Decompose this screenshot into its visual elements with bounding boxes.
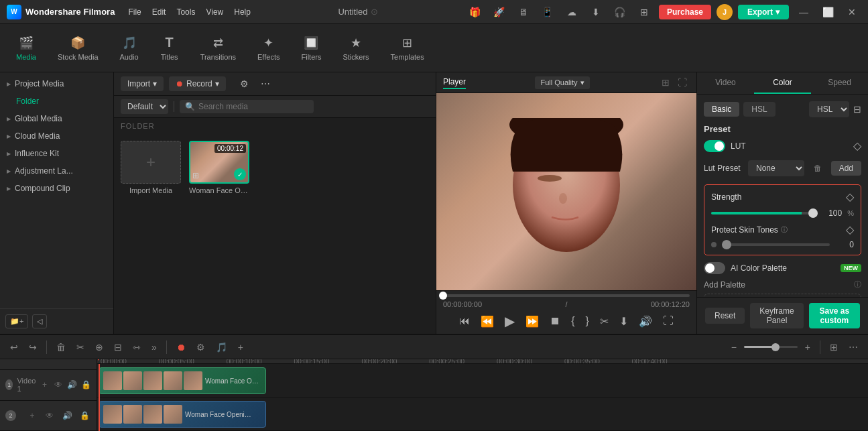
hsl-dropdown[interactable]: HSL: [809, 101, 849, 117]
delete-button[interactable]: 🗑: [53, 340, 69, 355]
tool-templates[interactable]: ⊞ Templates: [381, 32, 434, 65]
add-lut-button[interactable]: Add: [831, 161, 861, 176]
split-clip-button[interactable]: ⊟: [111, 340, 125, 355]
sidebar-item-compound[interactable]: ▶ Compound Clip: [0, 180, 113, 197]
screen-icon[interactable]: 🖥: [514, 3, 533, 21]
cloud-icon[interactable]: ☁: [562, 3, 581, 21]
quality-select[interactable]: Full Quality ▾: [535, 76, 589, 89]
download-icon[interactable]: ⬇: [586, 3, 605, 21]
filter-icon[interactable]: ⚙: [237, 77, 252, 90]
audio-timeline-button[interactable]: 🎵: [212, 340, 231, 355]
menu-file[interactable]: File: [128, 7, 141, 17]
lut-toggle[interactable]: [704, 140, 725, 152]
track-mute-button-1[interactable]: 🔊: [67, 378, 77, 391]
track-eye-button-1[interactable]: 👁: [54, 378, 63, 391]
minimize-button[interactable]: —: [794, 3, 813, 21]
reset-button[interactable]: Reset: [705, 308, 745, 324]
protect-slider[interactable]: [722, 243, 830, 246]
import-media-thumb[interactable]: +: [121, 141, 181, 184]
menu-view[interactable]: View: [206, 7, 223, 17]
keyframe-panel-button[interactable]: Keyframe Panel: [750, 303, 803, 328]
video-thumb[interactable]: 00:00:12 ⊞ ✓: [189, 141, 249, 184]
tool-effects[interactable]: ✦ Effects: [248, 32, 289, 65]
menu-help[interactable]: Help: [234, 7, 251, 17]
menu-tools[interactable]: Tools: [176, 7, 195, 17]
more-tools-button[interactable]: »: [148, 340, 160, 355]
ripple-button[interactable]: ⇿: [129, 340, 144, 355]
grid-view-button[interactable]: ⊞: [659, 76, 672, 89]
protect-keyframe-button[interactable]: ◇: [846, 223, 854, 236]
record-button[interactable]: ⏺ Record ▾: [169, 76, 226, 91]
mark-in-button[interactable]: {: [568, 314, 577, 328]
strength-keyframe-button[interactable]: ◇: [846, 190, 854, 203]
color-tab-basic[interactable]: Basic: [704, 102, 739, 117]
audio-btn[interactable]: 🔊: [636, 314, 655, 329]
track-lock-button-1[interactable]: 🔒: [81, 378, 91, 391]
import-button[interactable]: Import ▾: [121, 76, 164, 91]
layout-button[interactable]: ⊞: [826, 340, 841, 355]
video-clip-2[interactable]: Woman Face Opening Eyes Girl - Stock Vi.…: [99, 401, 266, 428]
panel-collapse-button[interactable]: ◁: [32, 314, 47, 328]
step-back-button[interactable]: ⏪: [478, 314, 497, 329]
purchase-button[interactable]: Purchase: [659, 5, 711, 19]
tool-stock-media[interactable]: 📦 Stock Media: [48, 32, 108, 65]
tab-speed[interactable]: Speed: [811, 72, 868, 94]
add-marker-button[interactable]: ⊕: [92, 340, 107, 355]
strength-slider[interactable]: [711, 212, 818, 214]
sort-select[interactable]: Default: [121, 99, 168, 114]
stop-button[interactable]: ⏹: [547, 314, 563, 328]
list-item[interactable]: + Import Media: [121, 141, 181, 194]
menu-edit[interactable]: Edit: [152, 7, 166, 17]
tab-video[interactable]: Video: [697, 72, 754, 94]
sidebar-item-global-media[interactable]: ▶ Global Media: [0, 110, 113, 127]
color-tab-hsl[interactable]: HSL: [743, 102, 775, 117]
play-button[interactable]: ▶: [502, 312, 517, 330]
undo-button[interactable]: ↩: [7, 340, 21, 355]
sidebar-item-cloud-media[interactable]: ▶ Cloud Media: [0, 127, 113, 145]
tab-color[interactable]: Color: [754, 72, 811, 94]
maximize-button[interactable]: ⬜: [818, 3, 837, 21]
progress-bar[interactable]: [443, 294, 690, 297]
video-clip-1[interactable]: Woman Face Opening Eyes Girl - Stock Vi.…: [99, 367, 266, 394]
export-button[interactable]: Export ▾: [738, 5, 789, 19]
phone-icon[interactable]: 📱: [538, 3, 557, 21]
sidebar-item-folder[interactable]: Folder: [0, 93, 113, 110]
track-mute-button-2[interactable]: 🔊: [60, 409, 74, 422]
tab-player[interactable]: Player: [443, 76, 466, 89]
tool-titles[interactable]: T Titles: [151, 31, 188, 65]
user-avatar[interactable]: J: [717, 4, 733, 20]
close-button[interactable]: ✕: [843, 3, 861, 21]
options-button[interactable]: ⋯: [845, 340, 861, 355]
step-forward-button[interactable]: ⏩: [523, 314, 542, 329]
rocket-icon[interactable]: 🚀: [490, 3, 509, 21]
sidebar-item-influence-kit[interactable]: ▶ Influence Kit: [0, 145, 113, 162]
playhead[interactable]: [99, 364, 100, 431]
search-input[interactable]: [198, 102, 308, 111]
add-to-timeline-button[interactable]: ⬇: [617, 314, 631, 329]
new-folder-button[interactable]: 📁+: [5, 314, 28, 328]
expand-button[interactable]: ⛶: [660, 314, 676, 328]
sidebar-item-project-media[interactable]: ▶ Project Media: [0, 75, 113, 93]
scrubber[interactable]: [439, 292, 447, 300]
track-add-button-1[interactable]: +: [40, 378, 49, 391]
delete-lut-button[interactable]: 🗑: [808, 159, 827, 178]
redo-button[interactable]: ↪: [25, 340, 40, 355]
headset-icon[interactable]: 🎧: [611, 3, 629, 21]
save-as-custom-button[interactable]: Save as custom: [809, 303, 860, 328]
tool-transitions[interactable]: ⇄ Transitions: [191, 32, 245, 65]
zoom-slider[interactable]: [744, 346, 798, 348]
sidebar-item-adjustment[interactable]: ▶ Adjustment La...: [0, 162, 113, 180]
track-add-button-2[interactable]: +: [25, 409, 39, 422]
fullscreen-button[interactable]: ⛶: [675, 76, 690, 89]
record-timeline-button[interactable]: ⏺: [173, 340, 189, 355]
list-item[interactable]: 00:00:12 ⊞ ✓ Woman Face Opening...: [189, 141, 249, 194]
crop-button[interactable]: ✂: [73, 340, 88, 355]
tool-filters[interactable]: 🔲 Filters: [292, 32, 330, 65]
gift-icon[interactable]: 🎁: [466, 3, 485, 21]
zoom-out-button[interactable]: −: [728, 340, 740, 355]
extract-button[interactable]: ✂: [597, 314, 611, 329]
ai-palette-toggle[interactable]: [704, 262, 725, 274]
track-eye-button-2[interactable]: 👁: [43, 409, 56, 422]
tool-audio[interactable]: 🎵 Audio: [111, 32, 148, 65]
lut-keyframe-button[interactable]: ◇: [853, 139, 861, 152]
